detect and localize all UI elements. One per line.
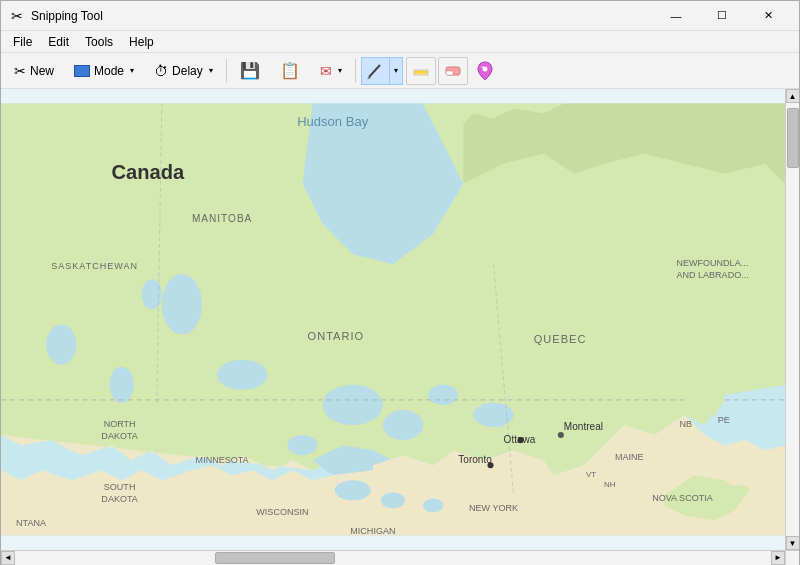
svg-line-0 [369, 65, 380, 77]
pen-dropdown-arrow[interactable]: ▾ [389, 57, 403, 85]
svg-point-10 [46, 325, 76, 365]
scroll-up-button[interactable]: ▲ [786, 89, 800, 103]
scroll-corner [785, 551, 799, 565]
scroll-left-icon: ◄ [4, 553, 12, 562]
svg-point-14 [383, 410, 423, 440]
minimize-button[interactable]: — [653, 1, 699, 31]
delay-icon: ⏱ [154, 63, 168, 79]
svg-text:MAINE: MAINE [615, 452, 644, 462]
svg-text:Ottawa: Ottawa [504, 434, 536, 445]
separator-1 [226, 59, 227, 83]
svg-point-11 [110, 367, 134, 403]
mode-dropdown-arrow: ▾ [130, 66, 134, 75]
mode-label: Mode [94, 64, 124, 78]
svg-marker-1 [367, 77, 371, 79]
svg-point-24 [423, 498, 443, 512]
svg-text:AND LABRADO...: AND LABRADO... [676, 270, 748, 280]
mode-icon [74, 65, 90, 77]
send-button[interactable]: ✉ ▾ [311, 57, 351, 85]
scroll-left-button[interactable]: ◄ [1, 551, 15, 565]
svg-point-22 [335, 480, 371, 500]
window-controls: — ☐ ✕ [653, 1, 791, 31]
toolbar: ✂ New Mode ▾ ⏱ Delay ▾ 💾 📋 ✉ ▾ [1, 53, 799, 89]
svg-text:SOUTH: SOUTH [104, 482, 136, 492]
svg-text:ONTARIO: ONTARIO [308, 330, 365, 342]
svg-text:NEW YORK: NEW YORK [469, 503, 518, 513]
svg-text:NH: NH [604, 480, 616, 489]
svg-text:QUEBEC: QUEBEC [534, 333, 587, 345]
send-dropdown-arrow: ▾ [338, 66, 342, 75]
scroll-track-bottom[interactable] [15, 551, 771, 565]
separator-2 [355, 59, 356, 83]
svg-point-7 [481, 66, 484, 68]
window-title: Snipping Tool [31, 9, 653, 23]
content-area: Hudson Bay Canada MANITOBA SASKATCHEWAN … [1, 89, 799, 550]
svg-text:NB: NB [679, 419, 692, 429]
scroll-down-button[interactable]: ▼ [786, 536, 800, 550]
delay-label: Delay [172, 64, 203, 78]
new-button[interactable]: ✂ New [5, 57, 63, 85]
scrollbar-bottom: ◄ ► [1, 551, 785, 564]
svg-text:NOVA SCOTIA: NOVA SCOTIA [652, 493, 713, 503]
svg-point-15 [428, 385, 458, 405]
menu-tools[interactable]: Tools [77, 33, 121, 51]
menu-help[interactable]: Help [121, 33, 162, 51]
scroll-thumb-bottom[interactable] [215, 552, 335, 564]
copy-button[interactable]: 📋 [271, 57, 309, 85]
menu-edit[interactable]: Edit [40, 33, 77, 51]
svg-point-23 [381, 492, 405, 508]
app-window: ✂ Snipping Tool — ☐ ✕ File Edit Tools He… [0, 0, 800, 565]
delay-dropdown-arrow: ▾ [209, 66, 213, 75]
svg-text:NEWFOUNDLA...: NEWFOUNDLA... [676, 258, 748, 268]
new-label: New [30, 64, 54, 78]
svg-text:PE: PE [718, 415, 730, 425]
eraser-icon [443, 62, 463, 80]
svg-text:Hudson Bay: Hudson Bay [297, 114, 369, 129]
svg-point-13 [323, 385, 383, 425]
svg-text:MINNESOTA: MINNESOTA [196, 455, 249, 465]
scroll-track-right[interactable] [786, 103, 800, 536]
scroll-thumb-right[interactable] [787, 108, 799, 168]
pen-tool-group: ▾ [360, 57, 404, 85]
scroll-down-icon: ▼ [789, 539, 797, 548]
svg-text:SASKATCHEWAN: SASKATCHEWAN [51, 261, 138, 271]
scroll-right-button[interactable]: ► [771, 551, 785, 565]
close-button[interactable]: ✕ [745, 1, 791, 31]
map-area[interactable]: Hudson Bay Canada MANITOBA SASKATCHEWAN … [1, 89, 785, 550]
menu-file[interactable]: File [5, 33, 40, 51]
svg-text:NORTH: NORTH [104, 419, 136, 429]
svg-text:Toronto: Toronto [458, 454, 492, 465]
svg-text:MICHIGAN: MICHIGAN [350, 526, 395, 536]
scrollbar-right: ▲ ▼ [785, 89, 799, 550]
send-icon: ✉ [320, 63, 332, 79]
svg-text:WISCONSIN: WISCONSIN [256, 508, 308, 518]
save-icon: 💾 [240, 61, 260, 80]
highlighter-button[interactable] [406, 57, 436, 85]
svg-text:DAKOTA: DAKOTA [101, 431, 137, 441]
highlighter-icon [412, 62, 430, 80]
app-icon: ✂ [9, 8, 25, 24]
pen-button[interactable] [361, 57, 389, 85]
map-svg: Hudson Bay Canada MANITOBA SASKATCHEWAN … [1, 89, 785, 550]
copy-icon: 📋 [280, 61, 300, 80]
svg-text:MANITOBA: MANITOBA [192, 213, 252, 224]
svg-text:NTANA: NTANA [16, 518, 46, 528]
svg-text:DAKOTA: DAKOTA [101, 494, 137, 504]
bottom-bar: ◄ ► [1, 550, 799, 564]
eraser-button[interactable] [438, 57, 468, 85]
mode-button[interactable]: Mode ▾ [65, 57, 143, 85]
maximize-button[interactable]: ☐ [699, 1, 745, 31]
svg-rect-5 [446, 71, 453, 75]
svg-point-16 [473, 403, 513, 427]
new-icon: ✂ [14, 63, 26, 79]
svg-text:Montreal: Montreal [564, 421, 603, 432]
svg-point-12 [217, 360, 267, 390]
svg-point-9 [162, 274, 202, 334]
svg-text:Canada: Canada [112, 161, 185, 183]
svg-text:VT: VT [586, 470, 596, 479]
pin-button[interactable] [470, 57, 500, 85]
delay-button[interactable]: ⏱ Delay ▾ [145, 57, 222, 85]
pen-icon [366, 62, 384, 80]
scroll-right-icon: ► [774, 553, 782, 562]
save-button[interactable]: 💾 [231, 57, 269, 85]
